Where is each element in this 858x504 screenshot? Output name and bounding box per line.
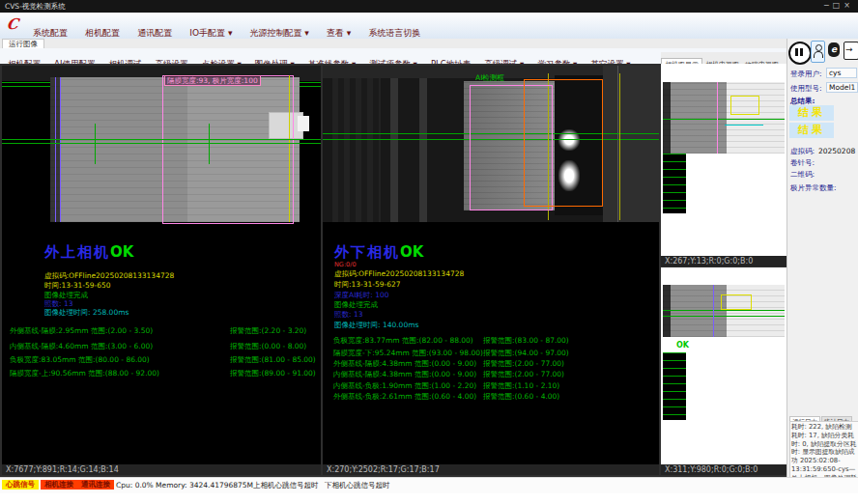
- purple-line: [713, 285, 714, 337]
- tab-strip: 运行图像: [0, 39, 858, 48]
- thumb-result-ok: OK: [676, 341, 689, 350]
- measure-row: 内侧基线-隔膜:4.60mm 范围:(3.00 - 6.00)报警范围:(0.0…: [10, 342, 153, 351]
- result-ok: OK: [110, 243, 133, 261]
- roi-measure-label: 隔膜宽度:93, 极片宽度:100: [164, 75, 261, 86]
- exit-icon: →: [845, 44, 853, 54]
- pixel-coords-readout: X:311;Y:980;R:0;G:0;B:0: [661, 464, 786, 475]
- yellow-roi-box: [730, 96, 759, 115]
- menu-view[interactable]: 查看 ▾: [327, 28, 351, 38]
- yellow-edge-line: [619, 73, 620, 220]
- abnormal-count-label: 极片异常数量:: [790, 183, 837, 193]
- measure-row: 负极宽度:83.77mm 范围:(82.00 - 88.00)报警范围:(83.…: [333, 336, 473, 346]
- app-window: CVS-视觉检测系统 ─□× C 系统配置 相机配置 通讯配置 IO手配置 ▾ …: [0, 0, 858, 504]
- thumbnail-panel-lower[interactable]: OK X:311;Y:980;R:0;G:0;B:0: [661, 267, 786, 475]
- status-line: 图像处理完成: [334, 300, 378, 310]
- menu-light-config[interactable]: 光源控制配置 ▾: [250, 28, 309, 38]
- thumbnail-image: [663, 285, 785, 337]
- green-line: [663, 310, 785, 311]
- comm-connect-badge: 通讯连接: [77, 480, 114, 490]
- heartbeat-badge: 心跳信号: [2, 480, 39, 490]
- sidebar: e → 登录用户: cys 使用型号: Model1 总结果: 结果 结果 虚拟…: [786, 39, 858, 477]
- magenta-line: [717, 82, 718, 154]
- camera-view-upper[interactable]: 隔膜宽度:93, 极片宽度:100 外上相机OK 虚拟码:OFFline2025…: [2, 66, 321, 475]
- maximize-icon[interactable]: □: [833, 1, 844, 10]
- green-line: [663, 119, 785, 120]
- green-line: [2, 139, 321, 140]
- thumb-texture: [663, 285, 785, 337]
- machine-rails: [332, 66, 381, 222]
- user-icon: [815, 44, 822, 51]
- login-user-value[interactable]: cys: [826, 68, 857, 78]
- minimize-icon[interactable]: ─: [824, 1, 833, 10]
- app-logo-icon: C: [6, 15, 19, 33]
- measure-row: 内侧基线-隔膜:4.38mm 范围:(0.00 - 9.00)报警范围:(2.0…: [333, 370, 476, 379]
- exit-button[interactable]: →: [844, 42, 858, 60]
- cpu-memory-readout: Cpu: 0.0% Memory: 3424.41796875M: [116, 481, 253, 490]
- camera-name: 外上相机: [44, 243, 110, 261]
- measure-row: 隔膜宽度-上:90.56mm 范围:(88.00 - 92.00)报警范围:(8…: [10, 369, 159, 378]
- barcode-line: 虚拟码:OFFline20250208133134728: [44, 271, 174, 281]
- purple-baseline: [60, 77, 61, 222]
- result-tile-lower: 结果: [789, 123, 834, 138]
- winding-pin-label: 卷针号:: [790, 158, 815, 168]
- measure-row: 负极宽度:83.05mm 范围:(80.00 - 86.00)报警范围:(81.…: [10, 355, 150, 365]
- green-line: [2, 143, 321, 144]
- ai-roi-label: AI检测框: [475, 73, 504, 83]
- process-time-line: 图像处理时间: 258.00ms: [44, 308, 129, 318]
- user-button[interactable]: [811, 41, 825, 63]
- orange-roi-box: [524, 79, 603, 207]
- model-label: 使用型号:: [790, 84, 822, 94]
- thumbnail-panel-upper[interactable]: X:267;Y:13;R:0;G:0;B:0: [661, 64, 786, 266]
- camera-result-title: 外上相机OK: [44, 243, 133, 262]
- connector-tip: [298, 116, 309, 131]
- menu-comm-config[interactable]: 通讯配置: [137, 28, 172, 38]
- time-line: 时间:13-31-59-627: [334, 280, 401, 290]
- yellow-roi-box: [721, 294, 752, 310]
- lower-camera-heartbeat-warning: 下相机心跳信号超时: [325, 481, 390, 490]
- purple-baseline: [55, 77, 56, 222]
- pause-button[interactable]: [788, 42, 812, 65]
- mini-text-block: [663, 154, 686, 213]
- menu-io-config[interactable]: IO手配置 ▾: [189, 28, 232, 38]
- window-title: CVS-视觉检测系统: [5, 2, 66, 12]
- menu-camera-config[interactable]: 相机配置: [85, 28, 120, 38]
- magenta-roi-box: [162, 75, 294, 224]
- virtual-code-label: 虚拟码:: [790, 147, 815, 156]
- upper-camera-heartbeat-warning: 上相机心跳信号超时: [253, 481, 319, 490]
- measure-row: 内侧基线-负极:1.90mm 范围:(1.00 - 2.20)报警范围:(1.1…: [333, 381, 476, 391]
- menu-system-config[interactable]: 系统配置: [33, 28, 68, 38]
- camera-name: 外下相机: [334, 243, 400, 261]
- menu-language-switch[interactable]: 系统语言切换: [368, 28, 420, 38]
- menu-bar: C 系统配置 相机配置 通讯配置 IO手配置 ▾ 光源控制配置 ▾ 查看 ▾ 系…: [0, 13, 858, 40]
- thumbnail-image: [663, 82, 785, 154]
- pixel-coords-readout: X:270;Y:2502;R:17;G:17;B:17: [323, 464, 659, 475]
- camera-connect-badge: 相机连接: [41, 480, 77, 490]
- e-logo-button[interactable]: e: [828, 42, 840, 57]
- time-line: 时间:13-31-59-650: [44, 281, 111, 291]
- title-bar: CVS-视觉检测系统 ─□×: [0, 0, 858, 13]
- pause-icon: [795, 48, 798, 56]
- measure-row: 外侧基线-隔膜:4.38mm 范围:(0.00 - 9.00)报警范围:(2.0…: [333, 359, 476, 369]
- count-line: 照数: 13: [334, 310, 362, 320]
- result-ok: OK: [400, 243, 423, 261]
- cyan-line: [725, 125, 763, 126]
- yellow-edge-line: [289, 75, 290, 222]
- green-line: [663, 316, 785, 317]
- ai-time-line: 深度AI耗时: 100: [334, 291, 389, 300]
- camera-view-lower[interactable]: AI检测框 外下相机OK NG:0/0 虚拟码:OFFline202502081…: [323, 66, 659, 475]
- model-value[interactable]: Model1: [826, 82, 858, 93]
- barcode-line: 虚拟码:OFFline20250208133134728: [334, 269, 464, 279]
- machine-rail: [419, 66, 427, 222]
- virtual-code-value: 20250208: [818, 147, 855, 155]
- mini-text-block: [663, 352, 686, 420]
- measure-row: 外侧基线-负极:2.61mm 范围:(0.60 - 4.00)报警范围:(0.6…: [333, 392, 476, 402]
- thumbnail-tab-strip: 相机图显示相机内视图故障内视图: [661, 52, 786, 64]
- login-user-label: 登录用户:: [790, 70, 822, 79]
- machine-rail: [390, 66, 398, 222]
- pixel-coords-readout: X:7677;Y:891;R:14;G:14;B:14: [2, 464, 321, 475]
- close-icon[interactable]: ×: [844, 1, 854, 10]
- status-bar: 心跳信号 相机连接 通讯连接 Cpu: 0.0% Memory: 3424.41…: [0, 477, 858, 493]
- log-text[interactable]: 耗时: 222, 缺陷检测耗时: 17, 缺陷分类耗时: 0, 缺陷提取分区耗时…: [789, 421, 858, 479]
- ng-count-line: NG:0/0: [334, 261, 357, 268]
- camera-result-title: 外下相机OK: [334, 243, 423, 262]
